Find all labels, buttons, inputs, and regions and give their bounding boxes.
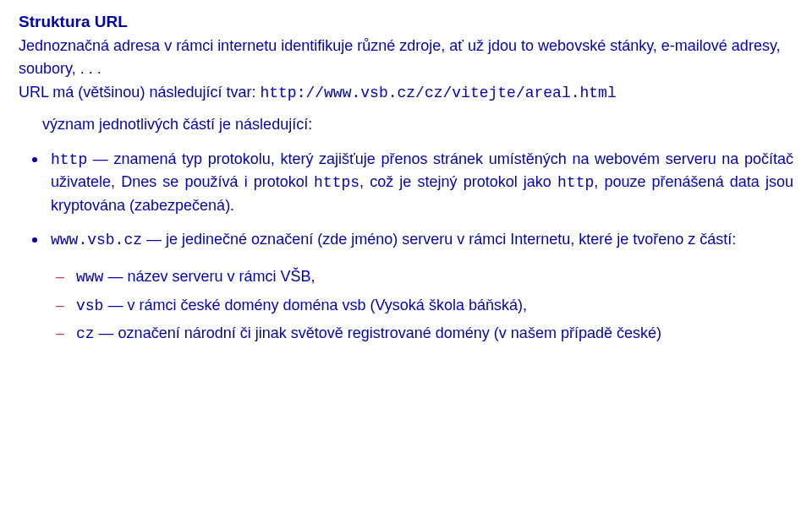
document-title: Struktura URL xyxy=(19,10,793,34)
sub-vsb: vsb — v rámci české domény doména vsb (V… xyxy=(76,294,793,318)
code-domain: www.vsb.cz xyxy=(51,232,142,248)
code-cz: cz xyxy=(76,325,95,342)
sub-cz: cz — označení národní či jinak světově r… xyxy=(76,322,793,346)
bullet-domain: www.vsb.cz — je jedinečné označení (zde … xyxy=(51,228,793,346)
code-http2: http xyxy=(557,174,594,191)
code-http: http xyxy=(51,151,87,168)
intro-text: URL má (většinou) následující tvar: xyxy=(19,84,260,101)
url-example: http://www.vsb.cz/cz/vitejte/areal.html xyxy=(260,85,616,101)
intro-paragraph-2: URL má (většinou) následující tvar: http… xyxy=(19,81,793,105)
code-www: www xyxy=(76,269,103,286)
text: , což je stejný protokol jako xyxy=(359,173,557,190)
bullet-list: http — znamená typ protokolu, který zaji… xyxy=(19,148,793,346)
intro-paragraph-1: Jednoznačná adresa v rámci internetu ide… xyxy=(19,35,793,79)
code-https: https xyxy=(314,174,359,191)
text: — v rámci české domény doména vsb (Vysok… xyxy=(103,297,527,314)
text: — je jedinečné označení (zde jméno) serv… xyxy=(142,231,736,248)
meaning-intro: význam jednotlivých částí je následující… xyxy=(42,113,793,136)
sub-bullet-list: www — název serveru v rámci VŠB, vsb — v… xyxy=(51,265,793,346)
text: — název serveru v rámci VŠB, xyxy=(103,268,315,285)
text: — označení národní či jinak světově regi… xyxy=(95,324,661,341)
code-vsb: vsb xyxy=(76,297,103,314)
sub-www: www — název serveru v rámci VŠB, xyxy=(76,265,793,289)
bullet-http: http — znamená typ protokolu, který zaji… xyxy=(51,148,793,217)
